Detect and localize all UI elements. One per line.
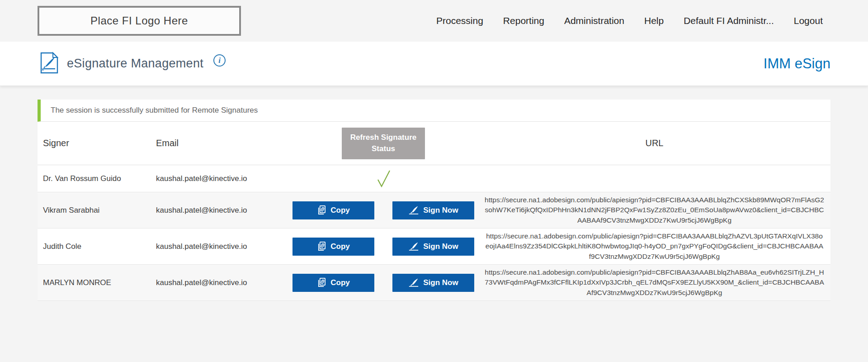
nav-item-administration[interactable]: Administration	[564, 15, 624, 26]
svg-text:x: x	[42, 67, 44, 71]
copy-button-label: Copy	[330, 242, 350, 251]
copy-button-label: Copy	[330, 206, 350, 215]
table-header-row: Signer Email Refresh Signature Status UR…	[38, 122, 830, 165]
top-bar: Place FI Logo Here Processing Reporting …	[0, 0, 868, 42]
table-row: Judith Cole kaushal.patel@kinective.io C…	[38, 229, 830, 265]
copy-url-button[interactable]: Copy	[292, 238, 374, 256]
email-cell: kaushal.patel@kinective.io	[156, 242, 288, 251]
table-row: Dr. Van Rossum Guido kaushal.patel@kinec…	[38, 165, 830, 192]
sign-now-button[interactable]: Sign Now	[392, 274, 474, 292]
nav-item-reporting[interactable]: Reporting	[503, 15, 544, 26]
success-banner: The session is successfully submitted fo…	[38, 100, 830, 122]
row-actions: Copy Sign Now	[292, 238, 474, 256]
copy-url-button[interactable]: Copy	[292, 201, 374, 219]
column-header-email: Email	[156, 138, 288, 148]
copy-icon	[317, 277, 326, 288]
success-banner-text: The session is successfully submitted fo…	[51, 106, 258, 115]
table-row: MARLYN MONROE kaushal.patel@kinective.io…	[38, 265, 830, 301]
copy-icon	[317, 241, 326, 252]
url-cell	[478, 175, 830, 182]
sign-pen-icon	[408, 278, 419, 288]
nav-item-processing[interactable]: Processing	[436, 15, 483, 26]
nav-item-help[interactable]: Help	[644, 15, 664, 26]
main-nav: Processing Reporting Administration Help…	[436, 0, 823, 42]
url-cell: https://secure.na1.adobesign.com/public/…	[478, 228, 830, 265]
email-cell: kaushal.patel@kinective.io	[156, 206, 288, 215]
refresh-signature-status-button[interactable]: Refresh Signature Status	[342, 128, 425, 159]
copy-icon	[317, 205, 326, 215]
page-header: x eSignature Management i IMM eSign	[0, 42, 868, 86]
copy-url-button[interactable]: Copy	[292, 274, 374, 292]
column-header-url: URL	[478, 133, 830, 153]
sign-now-button-label: Sign Now	[423, 206, 458, 215]
signer-cell: Judith Cole	[38, 242, 156, 251]
sign-pen-icon	[408, 205, 419, 215]
signed-check-icon	[374, 169, 392, 188]
copy-button-label: Copy	[330, 278, 350, 287]
nav-item-logout[interactable]: Logout	[794, 15, 823, 26]
url-cell: https://secure.na1.adobesign.com/public/…	[478, 264, 830, 301]
brand-title: IMM eSign	[764, 56, 830, 72]
info-icon[interactable]: i	[213, 54, 226, 67]
nav-item-current-user[interactable]: Default FI Administr...	[684, 15, 774, 26]
table-body: Dr. Van Rossum Guido kaushal.patel@kinec…	[38, 165, 830, 301]
column-header-signer: Signer	[38, 138, 156, 148]
fi-logo-text: Place FI Logo Here	[90, 14, 188, 27]
sign-now-button[interactable]: Sign Now	[392, 201, 474, 219]
sign-pen-icon	[408, 242, 419, 252]
content-panel: The session is successfully submitted fo…	[38, 100, 830, 301]
row-actions: Copy Sign Now	[292, 201, 474, 219]
signer-cell: MARLYN MONROE	[38, 278, 156, 287]
page-title: eSignature Management	[67, 57, 203, 71]
esignature-document-icon: x	[40, 52, 59, 76]
table-row: Vikram Sarabhai kaushal.patel@kinective.…	[38, 192, 830, 229]
email-cell: kaushal.patel@kinective.io	[156, 278, 288, 287]
url-cell: https://secure.na1.adobesign.com/public/…	[478, 191, 830, 229]
fi-logo-placeholder: Place FI Logo Here	[38, 6, 241, 36]
sign-now-button-label: Sign Now	[423, 242, 458, 251]
sign-now-button[interactable]: Sign Now	[392, 238, 474, 256]
signer-cell: Vikram Sarabhai	[38, 206, 156, 215]
sign-now-button-label: Sign Now	[423, 278, 458, 287]
signer-cell: Dr. Van Rossum Guido	[38, 174, 156, 183]
email-cell: kaushal.patel@kinective.io	[156, 174, 288, 183]
row-actions: Copy Sign Now	[292, 274, 474, 292]
